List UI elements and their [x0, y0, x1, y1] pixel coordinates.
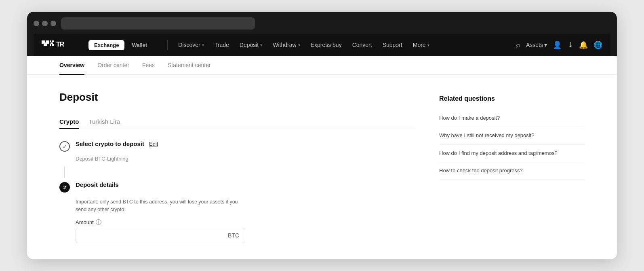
traffic-lights [34, 21, 56, 26]
sub-tabs: Overview Order center Fees Statement cen… [27, 56, 617, 75]
traffic-light-maximize[interactable] [51, 21, 56, 26]
nav-link-express-buy[interactable]: Express buy [307, 38, 346, 51]
navbar: TR Exchange Wallet Discover ▾ Trade [34, 34, 610, 56]
nav-link-trade[interactable]: Trade [210, 38, 233, 51]
tab-turkish-lira[interactable]: Turkish Lira [88, 115, 120, 129]
svg-rect-6 [50, 44, 51, 46]
logo-text: TR [42, 38, 82, 52]
step-2-content: Important: only send BTC to this address… [76, 198, 415, 243]
assets-button[interactable]: Assets ▾ [526, 42, 547, 48]
user-icon[interactable]: 👤 [553, 40, 562, 49]
withdraw-chevron-icon: ▾ [298, 43, 300, 47]
amount-input-wrapper: BTC [76, 228, 245, 243]
svg-text:TR: TR [56, 41, 65, 48]
step-1-row: ✓ Select crypto to deposit Edit [59, 140, 415, 152]
nav-link-discover[interactable]: Discover ▾ [174, 38, 208, 51]
nav-link-support[interactable]: Support [379, 38, 406, 51]
step-1-title: Select crypto to deposit Edit [76, 140, 415, 147]
browser-chrome: TR Exchange Wallet Discover ▾ Trade [27, 12, 617, 56]
steps-container: ✓ Select crypto to deposit Edit Deposit … [59, 140, 415, 243]
related-question-3[interactable]: How to check the deposit progress? [439, 162, 585, 180]
step-1-icon: ✓ [59, 141, 70, 152]
traffic-light-close[interactable] [34, 21, 39, 26]
related-questions-title: Related questions [439, 95, 585, 102]
step-2-row: 2 Deposit details [59, 181, 415, 193]
left-panel: Deposit Crypto Turkish Lira ✓ Select cry… [59, 91, 415, 243]
wallet-toggle-btn[interactable]: Wallet [126, 40, 153, 50]
bell-icon[interactable]: 🔔 [579, 40, 588, 49]
nav-divider [167, 40, 168, 50]
search-icon[interactable]: ⌕ [516, 41, 520, 49]
nav-link-more[interactable]: More ▾ [409, 38, 434, 51]
related-question-2[interactable]: How do I find my deposit address and tag… [439, 145, 585, 162]
step-1-edit-link[interactable]: Edit [149, 141, 158, 147]
nav-right: ⌕ Assets ▾ 👤 ⤓ 🔔 🌐 [516, 40, 602, 49]
globe-icon[interactable]: 🌐 [593, 40, 602, 49]
more-chevron-icon: ▾ [427, 43, 429, 47]
tab-crypto[interactable]: Crypto [59, 115, 79, 129]
main-content: Overview Order center Fees Statement cen… [27, 56, 617, 259]
nav-link-convert[interactable]: Convert [348, 38, 376, 51]
page-body: Deposit Crypto Turkish Lira ✓ Select cry… [27, 75, 617, 259]
address-bar[interactable] [61, 17, 255, 30]
svg-rect-2 [44, 42, 47, 46]
logo-svg: TR [42, 38, 82, 50]
assets-chevron-icon: ▾ [544, 42, 547, 48]
amount-input[interactable] [82, 232, 228, 239]
exchange-toggle-btn[interactable]: Exchange [88, 40, 124, 50]
nav-link-withdraw[interactable]: Withdraw ▾ [269, 38, 304, 51]
tab-overview[interactable]: Overview [59, 56, 84, 75]
amount-info-icon[interactable]: i [96, 219, 101, 225]
discover-chevron-icon: ▾ [202, 43, 204, 47]
related-question-1[interactable]: Why have I still not received my deposit… [439, 127, 585, 144]
step-connector-line [64, 167, 65, 178]
deposit-chevron-icon: ▾ [260, 43, 262, 47]
step-2-title: Deposit details [76, 181, 415, 188]
tab-fees[interactable]: Fees [142, 56, 155, 75]
svg-rect-5 [51, 42, 53, 44]
tab-order-center[interactable]: Order center [97, 56, 129, 75]
deposit-tabs: Crypto Turkish Lira [59, 115, 415, 129]
nav-toggle: Exchange Wallet [88, 40, 153, 50]
nav-links: Discover ▾ Trade Deposit ▾ Withdraw ▾ Ex… [174, 38, 511, 51]
svg-rect-4 [52, 40, 54, 42]
related-question-0[interactable]: How do I make a deposit? [439, 110, 585, 127]
step-1-subtitle: Deposit BTC-Lightning [76, 156, 415, 162]
right-panel: Related questions How do I make a deposi… [439, 91, 585, 243]
nav-link-deposit[interactable]: Deposit ▾ [236, 38, 266, 51]
traffic-light-minimize[interactable] [42, 21, 48, 26]
logo: TR [42, 38, 82, 52]
svg-rect-3 [50, 40, 51, 42]
tab-statement-center[interactable]: Statement center [168, 56, 211, 75]
amount-currency: BTC [228, 232, 239, 239]
amount-label: Amount i [76, 219, 415, 225]
step-2-warning: Important: only send BTC to this address… [76, 198, 245, 214]
svg-rect-7 [52, 44, 54, 46]
step-2-icon: 2 [59, 182, 70, 193]
browser-top-bar [34, 17, 610, 30]
download-icon[interactable]: ⤓ [567, 40, 573, 49]
browser-window: TR Exchange Wallet Discover ▾ Trade [27, 12, 617, 259]
page-title: Deposit [59, 91, 415, 104]
